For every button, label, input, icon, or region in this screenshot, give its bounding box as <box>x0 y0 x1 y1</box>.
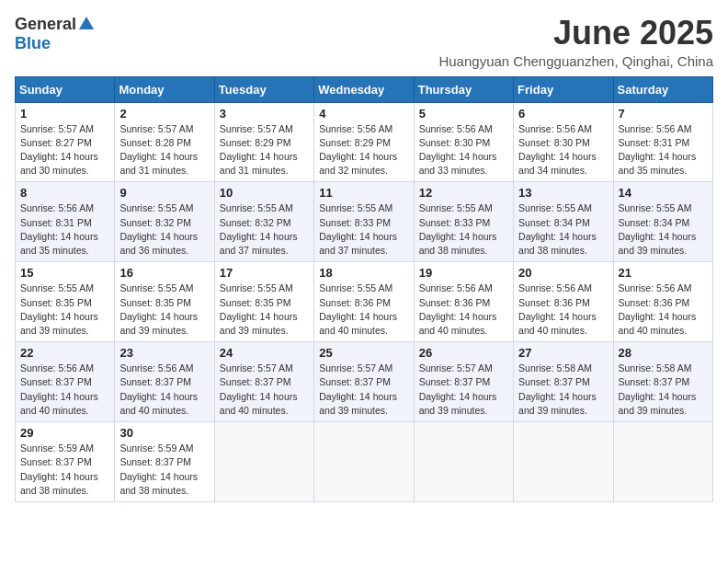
calendar-day-cell: 24 Sunrise: 5:57 AMSunset: 8:37 PMDaylig… <box>214 342 313 422</box>
day-info: Sunrise: 5:59 AMSunset: 8:37 PMDaylight:… <box>119 442 209 498</box>
calendar-day-cell: 11 Sunrise: 5:55 AMSunset: 8:33 PMDaylig… <box>314 182 414 262</box>
day-info: Sunrise: 5:57 AMSunset: 8:37 PMDaylight:… <box>220 362 309 418</box>
svg-marker-0 <box>79 17 94 29</box>
day-number: 28 <box>619 346 708 360</box>
day-info: Sunrise: 5:57 AMSunset: 8:28 PMDaylight:… <box>119 122 209 178</box>
page-header: General Blue June 2025 Huangyuan Chenggu… <box>15 15 713 69</box>
calendar-day-cell: 6 Sunrise: 5:56 AMSunset: 8:30 PMDayligh… <box>514 102 613 182</box>
calendar-day-cell: 20 Sunrise: 5:56 AMSunset: 8:36 PMDaylig… <box>514 262 613 342</box>
day-number: 18 <box>319 266 408 280</box>
day-info: Sunrise: 5:55 AMSunset: 8:33 PMDaylight:… <box>319 201 408 258</box>
calendar-day-cell: 25 Sunrise: 5:57 AMSunset: 8:37 PMDaylig… <box>314 342 414 422</box>
title-block: June 2025 Huangyuan Chengguanzhen, Qingh… <box>438 15 713 69</box>
calendar-day-cell: 21 Sunrise: 5:56 AMSunset: 8:36 PMDaylig… <box>613 262 712 342</box>
day-info: Sunrise: 5:58 AMSunset: 8:37 PMDaylight:… <box>619 362 708 418</box>
calendar-day-cell: 19 Sunrise: 5:56 AMSunset: 8:36 PMDaylig… <box>414 262 513 342</box>
calendar-day-cell: 14 Sunrise: 5:55 AMSunset: 8:34 PMDaylig… <box>613 182 712 262</box>
day-info: Sunrise: 5:56 AMSunset: 8:37 PMDaylight:… <box>20 362 109 418</box>
day-info: Sunrise: 5:58 AMSunset: 8:37 PMDaylight:… <box>518 362 608 418</box>
day-info: Sunrise: 5:55 AMSunset: 8:34 PMDaylight:… <box>619 201 708 258</box>
calendar-day-cell: 22 Sunrise: 5:56 AMSunset: 8:37 PMDaylig… <box>16 342 115 422</box>
weekday-header-saturday: Saturday <box>613 76 712 102</box>
day-number: 15 <box>20 266 109 280</box>
weekday-header-thursday: Thursday <box>414 76 513 102</box>
calendar-day-cell: 15 Sunrise: 5:55 AMSunset: 8:35 PMDaylig… <box>16 262 115 342</box>
calendar-day-cell: 28 Sunrise: 5:58 AMSunset: 8:37 PMDaylig… <box>613 342 712 422</box>
calendar-title: June 2025 <box>438 15 713 52</box>
day-info: Sunrise: 5:56 AMSunset: 8:31 PMDaylight:… <box>20 201 109 258</box>
weekday-header-tuesday: Tuesday <box>214 76 313 102</box>
day-info: Sunrise: 5:55 AMSunset: 8:32 PMDaylight:… <box>220 201 309 258</box>
day-info: Sunrise: 5:55 AMSunset: 8:34 PMDaylight:… <box>518 201 608 258</box>
weekday-header-row: SundayMondayTuesdayWednesdayThursdayFrid… <box>16 76 713 102</box>
day-number: 14 <box>619 186 708 200</box>
calendar-week-row: 1 Sunrise: 5:57 AMSunset: 8:27 PMDayligh… <box>16 102 713 182</box>
calendar-day-cell: 10 Sunrise: 5:55 AMSunset: 8:32 PMDaylig… <box>214 182 313 262</box>
day-number: 27 <box>518 346 608 360</box>
calendar-day-cell <box>414 422 513 502</box>
day-number: 20 <box>518 266 608 280</box>
day-info: Sunrise: 5:55 AMSunset: 8:36 PMDaylight:… <box>319 282 408 338</box>
day-number: 3 <box>220 107 309 121</box>
day-number: 29 <box>20 426 109 440</box>
weekday-header-monday: Monday <box>115 76 214 102</box>
day-number: 10 <box>220 186 309 200</box>
day-info: Sunrise: 5:56 AMSunset: 8:30 PMDaylight:… <box>419 122 508 178</box>
logo: General Blue <box>15 15 95 52</box>
calendar-day-cell: 17 Sunrise: 5:55 AMSunset: 8:35 PMDaylig… <box>214 262 313 342</box>
day-number: 30 <box>119 426 209 440</box>
calendar-day-cell <box>314 422 414 502</box>
day-number: 25 <box>319 346 408 360</box>
logo-general-text: General <box>15 16 76 34</box>
day-info: Sunrise: 5:56 AMSunset: 8:36 PMDaylight:… <box>518 282 608 338</box>
day-number: 6 <box>518 107 608 121</box>
calendar-day-cell: 18 Sunrise: 5:55 AMSunset: 8:36 PMDaylig… <box>314 262 414 342</box>
day-info: Sunrise: 5:57 AMSunset: 8:37 PMDaylight:… <box>419 362 508 418</box>
calendar-day-cell: 3 Sunrise: 5:57 AMSunset: 8:29 PMDayligh… <box>214 102 313 182</box>
day-info: Sunrise: 5:56 AMSunset: 8:36 PMDaylight:… <box>619 282 708 338</box>
calendar-day-cell: 8 Sunrise: 5:56 AMSunset: 8:31 PMDayligh… <box>16 182 115 262</box>
day-info: Sunrise: 5:57 AMSunset: 8:29 PMDaylight:… <box>220 122 309 178</box>
day-info: Sunrise: 5:56 AMSunset: 8:31 PMDaylight:… <box>619 122 708 178</box>
calendar-day-cell: 4 Sunrise: 5:56 AMSunset: 8:29 PMDayligh… <box>314 102 414 182</box>
calendar-day-cell: 1 Sunrise: 5:57 AMSunset: 8:27 PMDayligh… <box>16 102 115 182</box>
calendar-week-row: 15 Sunrise: 5:55 AMSunset: 8:35 PMDaylig… <box>16 262 713 342</box>
calendar-week-row: 22 Sunrise: 5:56 AMSunset: 8:37 PMDaylig… <box>16 342 713 422</box>
logo-icon <box>78 15 95 31</box>
calendar-day-cell: 13 Sunrise: 5:55 AMSunset: 8:34 PMDaylig… <box>514 182 613 262</box>
calendar-day-cell <box>613 422 712 502</box>
calendar-week-row: 8 Sunrise: 5:56 AMSunset: 8:31 PMDayligh… <box>16 182 713 262</box>
day-info: Sunrise: 5:57 AMSunset: 8:27 PMDaylight:… <box>20 122 109 178</box>
calendar-week-row: 29 Sunrise: 5:59 AMSunset: 8:37 PMDaylig… <box>16 422 713 502</box>
day-number: 2 <box>119 107 209 121</box>
day-info: Sunrise: 5:55 AMSunset: 8:32 PMDaylight:… <box>119 201 209 258</box>
calendar-day-cell: 9 Sunrise: 5:55 AMSunset: 8:32 PMDayligh… <box>115 182 214 262</box>
calendar-subtitle: Huangyuan Chengguanzhen, Qinghai, China <box>438 53 713 69</box>
day-number: 21 <box>619 266 708 280</box>
day-number: 9 <box>119 186 209 200</box>
day-number: 11 <box>319 186 408 200</box>
calendar-day-cell: 30 Sunrise: 5:59 AMSunset: 8:37 PMDaylig… <box>115 422 214 502</box>
day-number: 16 <box>119 266 209 280</box>
calendar-day-cell: 12 Sunrise: 5:55 AMSunset: 8:33 PMDaylig… <box>414 182 513 262</box>
calendar-day-cell: 27 Sunrise: 5:58 AMSunset: 8:37 PMDaylig… <box>514 342 613 422</box>
day-info: Sunrise: 5:55 AMSunset: 8:35 PMDaylight:… <box>220 282 309 338</box>
logo-blue-text: Blue <box>15 35 51 53</box>
day-info: Sunrise: 5:55 AMSunset: 8:33 PMDaylight:… <box>419 201 508 258</box>
day-info: Sunrise: 5:56 AMSunset: 8:37 PMDaylight:… <box>119 362 209 418</box>
day-info: Sunrise: 5:55 AMSunset: 8:35 PMDaylight:… <box>119 282 209 338</box>
day-info: Sunrise: 5:56 AMSunset: 8:36 PMDaylight:… <box>419 282 508 338</box>
calendar-day-cell: 23 Sunrise: 5:56 AMSunset: 8:37 PMDaylig… <box>115 342 214 422</box>
weekday-header-sunday: Sunday <box>16 76 115 102</box>
day-number: 23 <box>119 346 209 360</box>
day-info: Sunrise: 5:56 AMSunset: 8:29 PMDaylight:… <box>319 122 408 178</box>
calendar-day-cell <box>514 422 613 502</box>
day-number: 1 <box>20 107 109 121</box>
day-number: 22 <box>20 346 109 360</box>
day-number: 17 <box>220 266 309 280</box>
calendar-table: SundayMondayTuesdayWednesdayThursdayFrid… <box>15 76 713 502</box>
day-info: Sunrise: 5:57 AMSunset: 8:37 PMDaylight:… <box>319 362 408 418</box>
day-number: 26 <box>419 346 508 360</box>
day-number: 19 <box>419 266 508 280</box>
calendar-day-cell: 5 Sunrise: 5:56 AMSunset: 8:30 PMDayligh… <box>414 102 513 182</box>
